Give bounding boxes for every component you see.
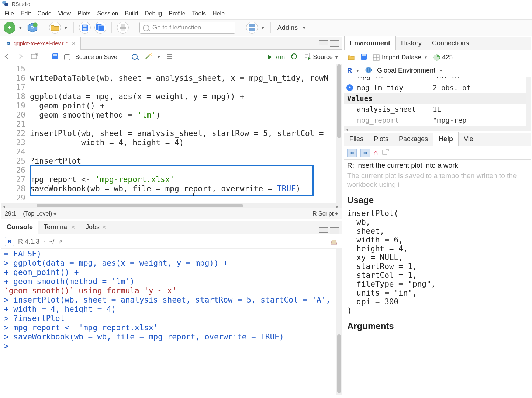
show-in-new-window-button[interactable] — [31, 53, 38, 61]
env-horizontal-scrollbar[interactable]: ◂ — [344, 126, 531, 131]
menu-edit[interactable]: Edit — [21, 10, 31, 17]
help-back-button[interactable]: ⬅ — [347, 149, 357, 157]
source-horizontal-scrollbar[interactable]: ◂▸ — [1, 203, 342, 208]
nav-back-button[interactable] — [4, 53, 12, 61]
close-icon[interactable]: ✕ — [71, 224, 75, 230]
workspace-panes-button[interactable] — [246, 22, 258, 34]
save-all-button[interactable] — [94, 22, 106, 34]
close-tab-icon[interactable]: ✕ — [72, 41, 76, 46]
help-forward-button[interactable]: ➡ — [360, 149, 370, 157]
console-cwd[interactable]: ~/ — [49, 238, 55, 245]
environment-tab[interactable]: Environment — [344, 36, 396, 50]
dropdown-icon[interactable]: ▾ — [356, 68, 360, 73]
new-file-button[interactable] — [4, 22, 15, 34]
env-row[interactable]: mpg_report"mpg-rep — [344, 115, 531, 126]
source-tab[interactable]: R ggplot-to-excel-dev.r * ✕ — [1, 37, 81, 50]
menu-session[interactable]: Session — [97, 10, 118, 17]
environment-listing[interactable]: mpg_lm List of mpg_lm_tidy2 obs. ofValue… — [344, 77, 531, 126]
new-file-dropdown-icon[interactable]: ▾ — [19, 25, 23, 31]
plots-tab[interactable]: Plots — [369, 132, 394, 146]
scope-selector[interactable]: (Top Level) — [23, 210, 52, 217]
code-area[interactable]: writeDataTable(wb, sheet = analysis_shee… — [30, 64, 342, 203]
close-icon[interactable]: ✕ — [102, 224, 106, 230]
minimize-pane-icon[interactable] — [319, 227, 328, 233]
open-file-button[interactable] — [49, 22, 61, 34]
goto-file-function-input[interactable]: Go to file/function — [139, 22, 235, 34]
jobs-tab[interactable]: Jobs✕ — [80, 220, 111, 234]
save-button[interactable] — [79, 22, 91, 34]
history-tab[interactable]: History — [396, 36, 427, 50]
open-cwd-icon[interactable]: ⇗ — [58, 239, 62, 244]
environment-pane: Environment History Connections Import D… — [344, 37, 531, 131]
env-section-values: Values — [344, 93, 531, 104]
svg-rect-11 — [121, 29, 125, 31]
addins-dropdown-icon[interactable]: ▾ — [303, 25, 307, 31]
env-row[interactable]: analysis_sheet1L — [344, 104, 531, 115]
dropdown-icon[interactable]: ▾ — [425, 55, 428, 60]
run-button[interactable]: Run — [268, 53, 285, 61]
files-tab[interactable]: Files — [344, 132, 369, 146]
new-project-button[interactable]: R+ — [27, 22, 38, 34]
menu-code[interactable]: Code — [37, 10, 51, 17]
addins-menu[interactable]: Addins — [276, 24, 299, 32]
compile-report-button[interactable] — [166, 53, 174, 61]
menu-help[interactable]: Help — [213, 10, 225, 17]
source-button[interactable]: Source ▾ — [303, 52, 339, 62]
env-row-partial[interactable]: mpg_lm List of — [354, 77, 460, 80]
save-workspace-button[interactable] — [360, 53, 368, 62]
open-recent-dropdown-icon[interactable]: ▾ — [65, 25, 68, 31]
environment-scope-label[interactable]: Global Environment — [377, 67, 435, 74]
menu-plots[interactable]: Plots — [77, 10, 91, 17]
svg-point-22 — [149, 54, 151, 55]
env-vertical-scrollbar[interactable] — [526, 77, 531, 126]
source-editor[interactable]: 151617181920212223242526272829 writeData… — [1, 64, 342, 203]
svg-rect-14 — [249, 28, 252, 31]
svg-rect-21 — [53, 54, 57, 56]
menu-profile[interactable]: Profile — [169, 10, 185, 17]
save-source-button[interactable] — [52, 53, 59, 61]
maximize-pane-icon[interactable] — [330, 227, 339, 234]
terminal-tab[interactable]: Terminal✕ — [38, 220, 80, 234]
code-tools-dropdown-icon[interactable]: ▾ — [158, 54, 161, 60]
console-tab[interactable]: Console — [1, 220, 38, 234]
find-replace-button[interactable] — [131, 53, 139, 61]
code-tools-button[interactable] — [144, 52, 152, 62]
console-output[interactable]: = FALSE)> ggplot(data = mpg, aes(x = wei… — [1, 249, 342, 395]
viewer-tab[interactable]: Vie — [459, 132, 479, 146]
menu-file[interactable]: File — [4, 10, 14, 17]
menu-tools[interactable]: Tools — [192, 10, 206, 17]
console-pane: Console Terminal✕ Jobs✕ R R 4.1.3 · ~/ ⇗ — [1, 221, 342, 395]
menu-view[interactable]: View — [58, 10, 71, 17]
nav-forward-button[interactable] — [17, 53, 25, 61]
language-selector[interactable]: R Script — [312, 210, 334, 217]
dropdown-icon[interactable]: ▾ — [440, 68, 443, 73]
env-row[interactable]: mpg_lm_tidy2 obs. of — [344, 82, 531, 93]
source-vertical-scrollbar[interactable] — [336, 64, 342, 203]
memory-usage[interactable]: 425 — [433, 53, 453, 62]
workspace-panes-dropdown-icon[interactable]: ▾ — [262, 25, 265, 31]
rerun-button[interactable] — [290, 53, 298, 61]
main-toolbar: ▾ R+ ▾ Go to file/function ▾ Addins ▾ — [0, 20, 532, 36]
connections-tab[interactable]: Connections — [427, 36, 474, 50]
maximize-pane-icon[interactable] — [330, 40, 339, 47]
source-tab-dirty-marker: * — [66, 41, 68, 46]
source-dropdown-icon[interactable]: ▾ — [335, 53, 339, 61]
load-workspace-button[interactable] — [347, 53, 355, 62]
help-popout-button[interactable] — [382, 149, 389, 157]
clear-console-button[interactable] — [330, 237, 338, 246]
source-on-save-checkbox[interactable] — [64, 54, 70, 60]
help-pane: Files Plots Packages Help Vie ⬅ ➡ ⌂ R: I… — [344, 133, 531, 395]
print-button[interactable] — [117, 22, 129, 34]
minimize-pane-icon[interactable] — [319, 40, 328, 45]
import-dataset-button[interactable]: Import Dataset ▾ — [372, 53, 428, 62]
help-content[interactable]: R: Insert the current plot into a work T… — [344, 160, 531, 395]
packages-tab[interactable]: Packages — [394, 132, 433, 146]
source-statusbar: 29:1 (Top Level) ◆ R Script ◆ — [1, 208, 342, 219]
menu-debug[interactable]: Debug — [145, 10, 162, 17]
r-language-chip[interactable]: R — [347, 67, 352, 74]
environment-scope-bar: R ▾ Global Environment ▾ — [344, 64, 531, 77]
help-tab[interactable]: Help — [433, 132, 459, 146]
help-home-button[interactable]: ⌂ — [374, 149, 378, 157]
console-vertical-scrollbar[interactable] — [336, 249, 342, 395]
menu-build[interactable]: Build — [125, 10, 138, 17]
